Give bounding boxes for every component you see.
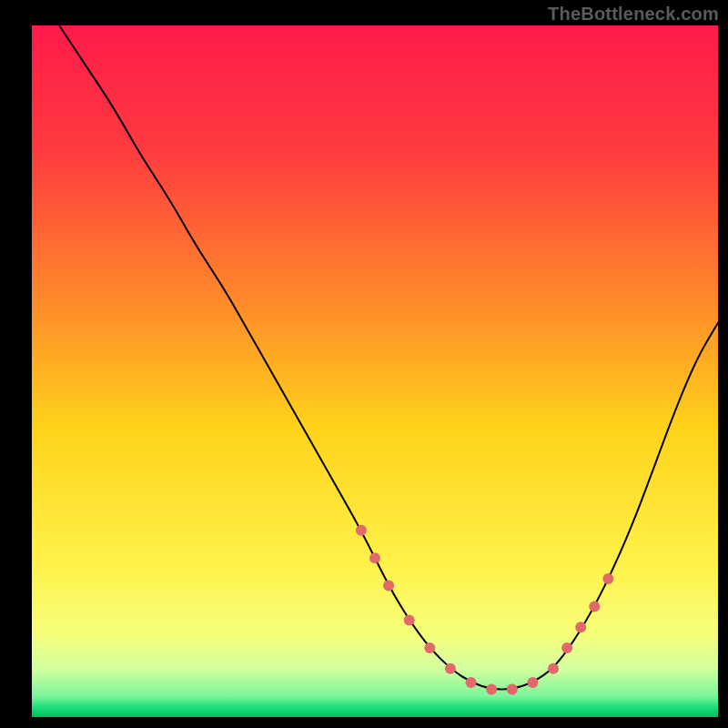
marker-dot (561, 642, 572, 653)
chart-svg (0, 0, 728, 728)
watermark-text: TheBottleneck.com (548, 4, 719, 25)
chart-stage: TheBottleneck.com (0, 0, 728, 728)
marker-dot (404, 615, 415, 626)
marker-dot (383, 581, 394, 592)
marker-dot (424, 642, 435, 653)
marker-dot (589, 601, 600, 612)
marker-dot (602, 573, 613, 584)
marker-dot (466, 677, 477, 688)
marker-dot (527, 677, 538, 688)
marker-dot (445, 663, 456, 674)
marker-dot (507, 684, 518, 695)
marker-dot (486, 684, 497, 695)
marker-dot (548, 663, 559, 674)
plot-background (32, 25, 718, 717)
marker-dot (356, 525, 367, 536)
marker-dot (575, 622, 586, 632)
marker-dot (369, 552, 380, 563)
